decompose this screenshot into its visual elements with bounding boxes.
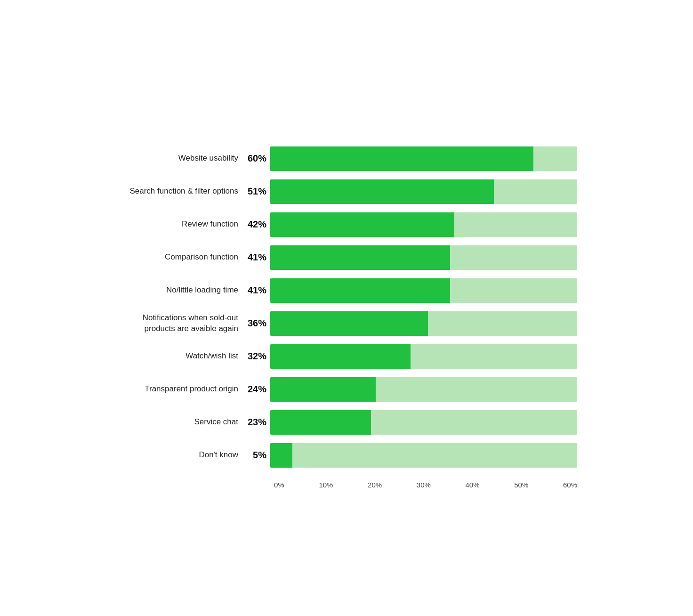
bar-label: Notifications when sold-out products are…	[116, 313, 238, 333]
bar-row: Comparison function 41%	[116, 245, 577, 270]
bars-wrapper	[266, 377, 577, 402]
bar-row: Notifications when sold-out products are…	[116, 311, 577, 336]
bar-label: Don't know	[199, 450, 238, 460]
bar-track	[270, 443, 577, 468]
x-axis-container: 0%10%20%30%40%50%60%	[270, 481, 577, 489]
x-tick: 60%	[563, 481, 577, 489]
bars-wrapper	[266, 311, 577, 336]
bar-label: Website usability	[178, 153, 238, 163]
bar-pct: 24%	[244, 384, 266, 395]
bar-pct: 42%	[244, 219, 266, 230]
bar-pct: 36%	[244, 318, 266, 329]
bar-track	[270, 344, 577, 369]
bar-label: Service chat	[194, 417, 238, 427]
bar-fill	[270, 311, 428, 336]
bar-track	[270, 179, 577, 204]
bar-row: No/little loading time 41%	[116, 278, 577, 303]
bar-fill	[270, 212, 454, 237]
x-axis: 0%10%20%30%40%50%60%	[274, 481, 577, 489]
chart-body: Website usability 60% Search function & …	[116, 146, 577, 489]
bar-track	[270, 212, 577, 237]
bar-track	[270, 410, 577, 435]
bar-label-group: Transparent product origin 24%	[116, 384, 266, 395]
bar-label: Watch/wish list	[185, 351, 238, 361]
bar-row: Don't know 5%	[116, 443, 577, 468]
bar-label: Comparison function	[165, 252, 238, 262]
x-tick: 50%	[514, 481, 528, 489]
chart-rows: Website usability 60% Search function & …	[116, 146, 577, 476]
bar-fill	[270, 443, 292, 468]
bar-label-group: No/little loading time 41%	[116, 285, 266, 296]
bar-label-group: Website usability 60%	[116, 153, 266, 164]
bars-wrapper	[266, 212, 577, 237]
bar-row: Transparent product origin 24%	[116, 377, 577, 402]
bars-wrapper	[266, 410, 577, 435]
bars-wrapper	[266, 245, 577, 270]
bar-label-group: Review function 42%	[116, 219, 266, 230]
bar-label-group: Service chat 23%	[116, 417, 266, 428]
bars-wrapper	[266, 443, 577, 468]
bar-label-group: Watch/wish list 32%	[116, 351, 266, 362]
bars-wrapper	[266, 179, 577, 204]
bar-pct: 5%	[244, 450, 266, 461]
bars-wrapper	[266, 344, 577, 369]
bar-pct: 41%	[244, 285, 266, 296]
bar-fill	[270, 377, 376, 402]
bar-fill	[270, 146, 533, 171]
bar-label: Search function & filter options	[129, 186, 238, 196]
x-tick: 0%	[274, 481, 284, 489]
bar-label: Review function	[182, 219, 238, 229]
bar-fill	[270, 410, 371, 435]
bar-pct: 41%	[244, 252, 266, 263]
chart-container: Website usability 60% Search function & …	[88, 99, 605, 517]
bar-row: Watch/wish list 32%	[116, 344, 577, 369]
bar-label-group: Don't know 5%	[116, 450, 266, 461]
bar-track	[270, 377, 577, 402]
bar-label-group: Comparison function 41%	[116, 252, 266, 263]
bar-pct: 51%	[244, 186, 266, 197]
bar-pct: 32%	[244, 351, 266, 362]
bar-label: No/little loading time	[166, 285, 238, 295]
x-tick: 30%	[417, 481, 431, 489]
bar-row: Service chat 23%	[116, 410, 577, 435]
bar-pct: 23%	[244, 417, 266, 428]
bar-row: Search function & filter options 51%	[116, 179, 577, 204]
x-tick: 20%	[368, 481, 382, 489]
bar-fill	[270, 278, 450, 303]
bar-track	[270, 146, 577, 171]
bar-track	[270, 245, 577, 270]
x-tick: 40%	[466, 481, 480, 489]
bar-label: Transparent product origin	[145, 384, 238, 394]
x-tick: 10%	[319, 481, 333, 489]
bars-wrapper	[266, 278, 577, 303]
bar-track	[270, 311, 577, 336]
bars-wrapper	[266, 146, 577, 171]
bar-fill	[270, 179, 494, 204]
bar-row: Review function 42%	[116, 212, 577, 237]
bar-fill	[270, 344, 411, 369]
bar-pct: 60%	[244, 153, 266, 164]
bar-track	[270, 278, 577, 303]
bar-label-group: Search function & filter options 51%	[116, 186, 266, 197]
bar-row: Website usability 60%	[116, 146, 577, 171]
bar-fill	[270, 245, 450, 270]
bar-label-group: Notifications when sold-out products are…	[116, 313, 266, 333]
